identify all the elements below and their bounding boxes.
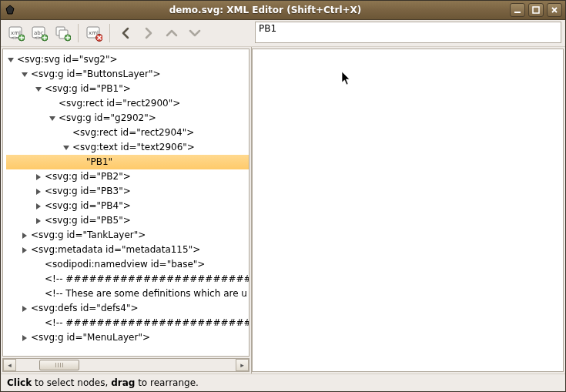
tree-indent (6, 337, 20, 338)
tree-indent (6, 162, 75, 162)
tree-row[interactable]: <svg:g id="PB1"> (6, 82, 249, 96)
expander-open-icon[interactable] (48, 114, 57, 123)
tree-indent (6, 264, 34, 265)
tree-row[interactable]: <!-- ######################### (6, 316, 249, 330)
tree-row[interactable]: <svg:g id="PB2"> (6, 169, 249, 184)
tree-indent (6, 89, 34, 89)
tree-indent (6, 191, 34, 192)
scroll-thumb[interactable] (39, 360, 79, 370)
tree-node-label: <svg:g id="TankLayer"> (31, 228, 146, 243)
tree-node-label: <!-- ######################### (45, 316, 250, 330)
tree-node-label: <svg:svg id="svg2"> (17, 52, 118, 67)
tree-indent (6, 293, 34, 294)
tree-row[interactable]: <svg:g id="PB3"> (6, 184, 249, 199)
tree-row[interactable]: <svg:defs id="defs4"> (6, 301, 249, 316)
tree-node-label: <!-- These are some definitions which ar… (45, 286, 247, 301)
unindent-node-button[interactable] (115, 22, 136, 44)
tree-node-label: <svg:g id="PB3"> (45, 184, 131, 199)
tree-row[interactable]: <sodipodi:namedview id="base"> (6, 257, 249, 272)
indent-node-button[interactable] (138, 22, 159, 44)
tree-row[interactable]: <svg:rect id="rect2904"> (6, 126, 249, 140)
expander-closed-icon[interactable] (20, 304, 29, 313)
tree-row[interactable]: <svg:metadata id="metadata115"> (6, 243, 249, 257)
tree-indent (6, 118, 48, 119)
tree-row[interactable]: <svg:g id="PB5"> (6, 213, 249, 228)
tree-node-label: <svg:text id="text2906"> (72, 140, 195, 155)
tree-indent (6, 132, 62, 133)
tree-node-label: <svg:g id="MenuLayer"> (31, 330, 150, 345)
minimize-button[interactable] (510, 3, 525, 17)
xml-tree[interactable]: <svg:svg id="svg2"><svg:g id="ButtonsLay… (3, 49, 249, 348)
expander-closed-icon[interactable] (20, 231, 29, 240)
svg-rect-1 (533, 7, 539, 13)
scroll-right-button[interactable]: ▸ (236, 359, 249, 371)
delete-node-icon: xml (85, 25, 102, 42)
tree-indent (6, 279, 34, 280)
tree-node-label: <svg:g id="PB1"> (45, 82, 131, 96)
tree-pane: <svg:svg id="svg2"><svg:g id="ButtonsLay… (1, 47, 252, 374)
tree-node-label: <sodipodi:namedview id="base"> (45, 257, 205, 272)
tree-node-label: "PB1" (86, 155, 112, 169)
scroll-left-button[interactable]: ◂ (3, 359, 16, 371)
horizontal-scrollbar[interactable]: ◂ ▸ (2, 358, 250, 372)
attribute-pane[interactable] (252, 49, 564, 372)
expander-closed-icon[interactable] (34, 173, 43, 182)
chevron-down-icon (188, 26, 202, 40)
mouse-cursor-icon (341, 71, 352, 86)
expander-open-icon[interactable] (20, 70, 29, 79)
tree-indent (6, 206, 34, 206)
tree-row[interactable]: <svg:svg id="svg2"> (6, 52, 249, 67)
tree-node-label: <svg:g id="g2902"> (59, 111, 156, 126)
chevron-up-icon (165, 26, 179, 40)
tree-indent (6, 235, 20, 236)
tree-node-label: <svg:g id="PB4"> (45, 199, 131, 213)
titlebar[interactable]: demo.svg: XML Editor (Shift+Ctrl+X) (1, 1, 565, 20)
duplicate-node-button[interactable] (52, 22, 73, 44)
tree-row[interactable]: <svg:g id="ButtonsLayer"> (6, 67, 249, 82)
expander-closed-icon[interactable] (20, 246, 29, 255)
new-element-node-button[interactable]: xml <> (5, 22, 27, 44)
tree-row[interactable]: <svg:g id="g2902"> (6, 111, 249, 126)
tree-row[interactable]: <svg:rect id="rect2900"> (6, 96, 249, 111)
expander-closed-icon[interactable] (34, 187, 43, 196)
node-value-input[interactable]: PB1 (255, 22, 561, 43)
tree-viewport[interactable]: <svg:svg id="svg2"><svg:g id="ButtonsLay… (2, 49, 250, 357)
tree-indent (6, 308, 20, 309)
expander-closed-icon[interactable] (20, 333, 29, 343)
tree-node-label: <svg:rect id="rect2900"> (59, 96, 180, 111)
svg-text:<>: <> (34, 35, 42, 40)
expander-open-icon[interactable] (62, 143, 71, 152)
tree-indent (6, 220, 34, 221)
tree-node-label: <!-- ######################### (45, 272, 250, 286)
move-node-up-button[interactable] (161, 22, 183, 44)
node-value-text: PB1 (259, 23, 276, 34)
tree-node-label: <svg:g id="ButtonsLayer"> (31, 67, 161, 82)
expander-open-icon[interactable] (6, 55, 15, 65)
tree-indent (6, 103, 48, 104)
new-text-node-icon: abc <> (31, 25, 48, 42)
tree-row[interactable]: <svg:g id="MenuLayer"> (6, 330, 249, 345)
expander-closed-icon[interactable] (34, 216, 43, 226)
window-buttons (510, 3, 562, 17)
tree-row[interactable]: "PB1" (6, 155, 249, 169)
maximize-button[interactable] (528, 3, 544, 17)
tree-row[interactable]: <svg:g id="PB4"> (6, 199, 249, 213)
new-text-node-button[interactable]: abc <> (28, 22, 50, 44)
toolbar-separator (109, 24, 110, 42)
svg-rect-0 (514, 12, 521, 13)
tree-row[interactable]: <svg:g id="TankLayer"> (6, 228, 249, 243)
delete-node-button[interactable]: xml (83, 22, 105, 44)
toolbar-separator (78, 24, 79, 42)
scroll-track[interactable] (16, 360, 236, 370)
tree-row[interactable]: <svg:text id="text2906"> (6, 140, 249, 155)
close-button[interactable] (547, 3, 562, 17)
tree-row[interactable]: <!-- These are some definitions which ar… (6, 286, 249, 301)
tree-indent (6, 176, 34, 177)
expander-open-icon[interactable] (34, 85, 43, 94)
svg-text:<>: <> (11, 35, 18, 40)
expander-closed-icon[interactable] (34, 202, 43, 211)
move-node-down-button[interactable] (184, 22, 206, 44)
chevron-left-icon (119, 26, 132, 40)
tree-node-label: <svg:g id="PB2"> (45, 169, 131, 184)
tree-row[interactable]: <!-- ######################### (6, 272, 249, 286)
